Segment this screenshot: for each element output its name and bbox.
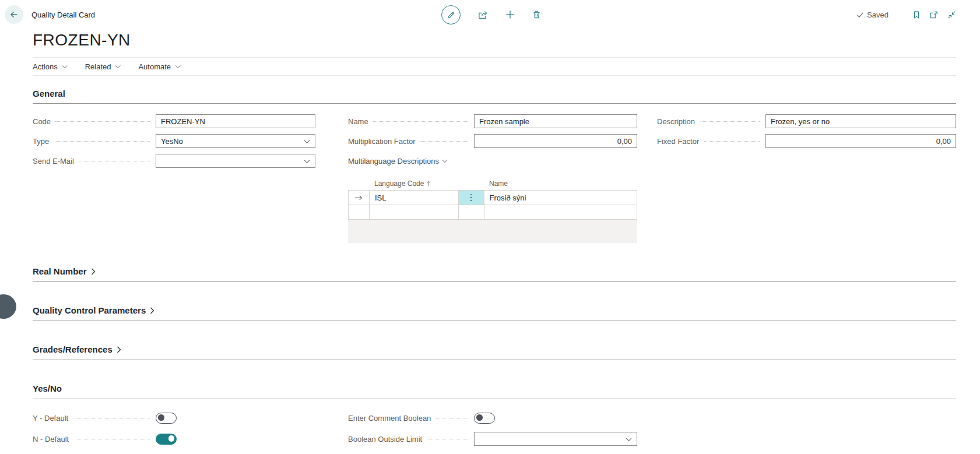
back-button[interactable] [5,5,23,24]
section-grades-references[interactable]: Grades/References [33,344,956,360]
yes-no-label: Yes/No [33,383,62,393]
window-controls: Saved [856,0,956,29]
y-default-label: Y - Default [33,414,68,423]
open-in-window-icon [929,10,939,19]
pencil-icon [447,10,455,19]
real-number-label: Real Number [33,266,87,276]
field-send-email: Send E-Mail [33,154,315,168]
multilanguage-descriptions-group[interactable]: Multilanguage Descriptions [348,154,637,168]
dotted-leader [79,161,150,161]
field-n-default: N - Default [33,432,315,446]
dotted-leader [373,121,468,122]
page-caption: Quality Detail Card [31,10,95,19]
open-in-window-button[interactable] [929,10,939,19]
delete-button[interactable] [532,10,541,19]
name-column-header[interactable]: Name [484,180,637,188]
general-fields: Code FROZEN-YN Type YesNo Send E-Mail [33,114,956,168]
chevron-down-icon [442,159,448,163]
enter-comment-boolean-toggle[interactable] [474,413,495,424]
chevron-right-icon [91,268,96,275]
active-row-indicator [349,191,370,205]
chevron-down-icon[interactable] [626,437,632,442]
plus-icon [505,10,515,19]
cell-menu-button[interactable] [459,191,484,205]
new-button[interactable] [505,10,515,19]
page-title: FROZEN-YN [33,30,956,50]
back-arrow-icon [9,10,19,19]
fixed-factor-input[interactable]: 0,00 [765,134,956,148]
menu-automate[interactable]: Automate [138,62,181,71]
cell-menu-cell-empty[interactable] [459,205,484,220]
boolean-outside-limit-select[interactable] [474,432,637,446]
check-icon [856,11,864,19]
n-default-toggle[interactable] [156,434,177,445]
dotted-leader [435,418,468,418]
menu-automate-label: Automate [138,62,171,71]
y-default-toggle[interactable] [156,413,177,424]
field-boolean-outside-limit: Boolean Outside Limit [348,432,637,446]
field-multiplication-factor: Multiplication Factor 0,00 [348,134,637,148]
language-code-cell[interactable]: ISL [370,191,459,205]
yes-no-fields: Y - Default Enter Comment Boolean [33,411,956,446]
chevron-down-icon[interactable] [304,159,310,164]
chevron-down-icon[interactable] [304,139,310,144]
sort-ascending-icon [426,181,431,186]
chevron-down-icon [175,65,181,69]
row-indicator-cell [349,205,370,220]
language-code-cell-empty[interactable] [370,205,459,220]
name-input[interactable]: Frozen sample [474,114,637,128]
name-cell[interactable]: Frosið sýni [484,191,637,205]
type-value: YesNo [161,137,183,146]
bookmark-button[interactable] [912,10,921,19]
bookmark-icon [912,10,921,19]
chevron-down-icon [62,65,68,69]
quality-control-parameters-label: Quality Control Parameters [33,305,146,315]
name-cell-empty[interactable] [484,205,637,220]
type-select[interactable]: YesNo [156,134,315,148]
dotted-leader [700,121,760,122]
section-quality-control-parameters[interactable]: Quality Control Parameters [33,305,956,321]
save-status: Saved [856,10,888,19]
description-label: Description [657,117,695,126]
edit-button[interactable] [441,5,461,24]
collapse-icon [947,10,956,19]
section-general-heading[interactable]: General [33,89,956,104]
send-email-select[interactable] [156,154,315,168]
collapse-button[interactable] [947,10,956,19]
dotted-leader [73,418,150,418]
field-y-default: Y - Default [33,411,315,425]
dotted-leader [704,141,760,142]
section-real-number[interactable]: Real Number [33,266,956,282]
multiplication-factor-label: Multiplication Factor [348,137,416,146]
field-code: Code FROZEN-YN [33,114,315,128]
menu-actions-label: Actions [33,62,58,71]
field-name: Name Frozen sample [348,114,637,128]
table-grid: ISL Frosið sýni [348,190,637,220]
field-description: Description Frozen, yes or no [657,114,956,128]
trash-icon [532,10,541,19]
code-input[interactable]: FROZEN-YN [156,114,315,128]
record-actions [441,0,541,29]
multiplication-factor-input[interactable]: 0,00 [474,134,637,148]
action-menu-bar: Actions Related Automate [33,58,956,76]
section-yes-no-heading[interactable]: Yes/No [33,383,956,399]
field-fixed-factor: Fixed Factor 0,00 [657,134,956,148]
share-button[interactable] [478,10,488,20]
right-arrow-icon [354,195,363,201]
code-label: Code [33,117,51,126]
dotted-leader [427,439,468,439]
boolean-outside-limit-label: Boolean Outside Limit [348,435,422,444]
description-input[interactable]: Frozen, yes or no [765,114,956,128]
grades-references-label: Grades/References [33,344,113,354]
vertical-ellipsis-icon [470,193,472,202]
n-default-label: N - Default [33,435,69,444]
menu-actions[interactable]: Actions [33,62,68,71]
table-row: ISL Frosið sýni [349,191,637,205]
enter-comment-boolean-label: Enter Comment Boolean [348,414,431,423]
name-header-label: Name [489,180,508,188]
field-enter-comment-boolean: Enter Comment Boolean [348,411,637,425]
multilanguage-descriptions-label: Multilanguage Descriptions [348,157,439,166]
language-code-column-header[interactable]: Language Code [369,180,458,188]
chevron-down-icon [115,65,121,69]
menu-related[interactable]: Related [85,62,121,71]
